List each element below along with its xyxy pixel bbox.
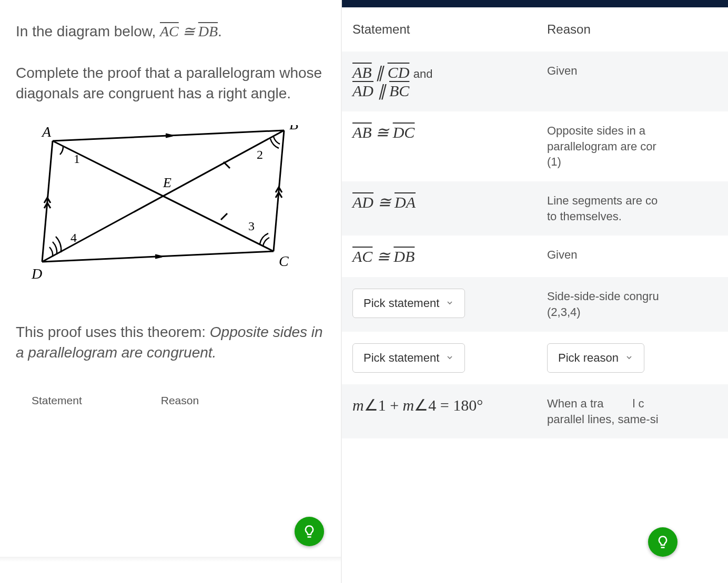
prompt-line-1: In the diagram below, AC ≅ DB. [16,21,325,42]
svg-line-7 [224,162,230,168]
angle-3-label: 3 [248,219,255,233]
table-row: Pick statement Pick reason [342,332,728,384]
svg-line-0 [53,130,284,141]
reason-cell: Pick reason [547,343,717,373]
picker-label: Pick statement [363,296,439,310]
mini-statement-header: Statement [32,394,82,407]
statement-cell: AB ∥ CD and AD ∥ BC [352,63,547,100]
angle-1-label: 1 [74,152,80,166]
mini-reason-header: Reason [161,394,199,407]
table-row: AC ≅ DB Given [342,236,728,277]
pick-reason-dropdown[interactable]: Pick reason [547,343,644,373]
diagram-svg: 1 2 3 4 A B C D E [32,125,305,288]
congruent-symbol: ≅ [179,23,198,39]
table-row: m∠1 + m∠4 = 180° When a tra l cparallel … [342,384,728,438]
mini-proof-header: Statement Reason [16,394,325,407]
theorem-pre: This proof uses this theorem: [16,324,210,340]
statement-cell: m∠1 + m∠4 = 180° [352,396,547,414]
statement-cell: AD ≅ DA [352,193,547,211]
parallelogram-diagram: 1 2 3 4 A B C D E [16,125,325,290]
reason-cell: When a tra l cparallel lines, same-si [547,396,717,427]
chevron-down-icon [446,351,454,365]
proof-table: Statement Reason AB ∥ CD and AD ∥ BC Giv… [342,7,728,438]
proof-panel: Statement Reason AB ∥ CD and AD ∥ BC Giv… [342,0,728,583]
statement-cell: AB ≅ DC [352,123,547,141]
hint-button[interactable] [295,517,324,546]
segment-ac: AC [160,23,179,39]
reason-cell: Opposite sides in a parallelogram are co… [547,123,717,170]
prompt-text-end: . [218,23,222,39]
table-row: Pick statement Side-side-side congru(2,3… [342,277,728,331]
reason-cell: Given [547,247,717,263]
vertex-a: A [41,125,52,140]
reason-cell: Line segments are coto themselves. [547,193,717,224]
header-bar [342,0,728,7]
table-row: AB ≅ DC Opposite sides in a parallelogra… [342,111,728,181]
hint-button[interactable] [648,527,678,557]
table-row: AD ≅ DA Line segments are coto themselve… [342,181,728,236]
angle-2-label: 2 [257,148,263,161]
statement-cell: Pick statement [352,343,547,373]
pick-statement-dropdown[interactable]: Pick statement [352,289,465,318]
svg-line-1 [274,130,284,251]
chevron-down-icon [625,351,633,365]
svg-line-5 [42,130,284,262]
pick-statement-dropdown[interactable]: Pick statement [352,343,465,373]
table-row: AB ∥ CD and AD ∥ BC Given [342,52,728,111]
statement-cell: Pick statement [352,289,547,318]
reason-cell: Side-side-side congru(2,3,4) [547,289,717,320]
svg-line-2 [42,251,274,262]
angle-4-label: 4 [70,231,77,244]
vertex-d: D [32,265,42,282]
lightbulb-icon [655,535,670,549]
prompt-line-2: Complete the proof that a parallelogram … [16,63,325,104]
picker-label: Pick reason [558,351,619,365]
vertex-e: E [163,175,171,190]
proof-header-row: Statement Reason [342,7,728,52]
svg-line-6 [221,213,227,220]
svg-line-3 [42,141,53,262]
chevron-down-icon [446,296,454,310]
vertex-c: C [279,253,289,269]
segment-db: DB [198,23,218,39]
picker-label: Pick statement [363,351,439,365]
theorem-note: This proof uses this theorem: Opposite s… [16,322,325,363]
prompt-text: In the diagram below, [16,23,160,39]
reason-header: Reason [547,22,717,37]
statement-cell: AC ≅ DB [352,247,547,265]
lightbulb-icon [302,524,317,539]
reason-cell: Given [547,63,717,79]
problem-panel: In the diagram below, AC ≅ DB. Complete … [0,0,342,583]
vertex-b: B [289,125,298,132]
statement-header: Statement [352,22,547,37]
